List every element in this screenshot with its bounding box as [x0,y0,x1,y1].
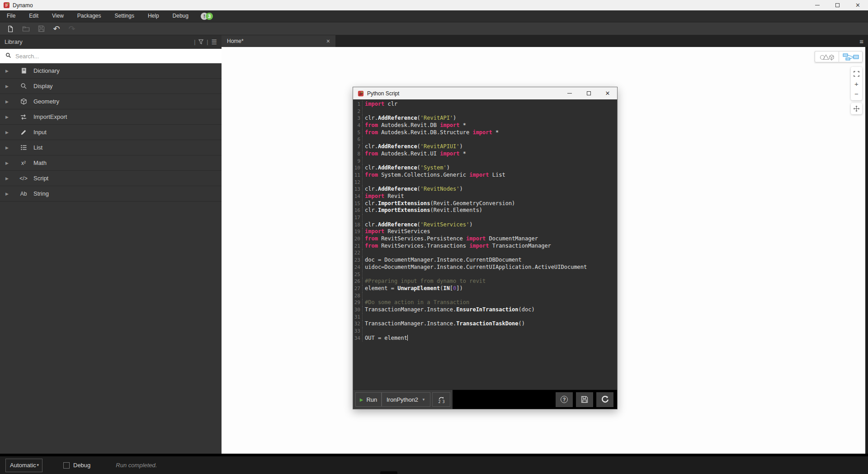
library-item-string[interactable]: ▶AbString [0,186,222,202]
code-line[interactable]: 24uidoc=DocumentManager.Instance.Current… [353,264,617,271]
engine-dropdown[interactable]: IronPython2 ▼ [382,392,430,407]
expander-icon[interactable]: ▶ [5,145,12,150]
menu-settings[interactable]: Settings [108,10,141,22]
expander-icon[interactable]: ▶ [5,99,12,104]
code-line[interactable]: 17 [353,214,617,221]
library-item-dictionary[interactable]: ▶Dictionary [0,63,222,79]
python-migration-button[interactable]: 2 3 [432,392,450,407]
library-item-display[interactable]: ▶Display [0,79,222,94]
library-item-input[interactable]: ▶Input [0,125,222,140]
fit-view-icon[interactable] [851,69,862,79]
notification-count-badge[interactable]: 3 [206,13,213,20]
code-line[interactable]: 29#Do some action in a Transaction [353,299,617,306]
expander-icon[interactable]: ▶ [5,115,12,119]
menu-debug[interactable]: Debug [166,10,195,22]
python-code-editor[interactable]: 1import clr23clr.AddReference('RevitAPI'… [353,99,617,390]
code-line[interactable]: 34OUT = element [353,335,617,342]
revert-script-button[interactable] [596,392,613,407]
tab-home[interactable]: Home* × [222,35,335,47]
code-line[interactable]: 8from Autodesk.Revit.UI import * [353,150,617,158]
python-close-button[interactable]: ✕ [598,87,617,99]
code-line[interactable]: 22 [353,249,617,257]
library-item-label: Display [33,83,53,89]
pan-icon[interactable] [851,103,862,114]
code-line[interactable]: 27element = UnwrapElement(IN[0]) [353,285,617,292]
menu-packages[interactable]: Packages [71,10,108,22]
code-line[interactable]: 20from RevitServices.Persistence import … [353,235,617,243]
menu-help[interactable]: Help [141,10,166,22]
tab-close-icon[interactable]: × [326,38,330,44]
library-item-script[interactable]: ▶</>Script [0,171,222,186]
run-mode-dropdown[interactable]: Automatic ▼ [5,459,42,472]
code-line[interactable]: 21from RevitServices.Transactions import… [353,243,617,250]
code-line[interactable]: 19import RevitServices [353,228,617,235]
code-line[interactable]: 4from Autodesk.Revit.DB import * [353,122,617,129]
python-maximize-button[interactable] [579,87,598,99]
code-line[interactable]: 11from System.Collections.Generic import… [353,172,617,179]
library-item-list[interactable]: ▶List [0,140,222,155]
expander-icon[interactable]: ▶ [5,176,12,181]
run-button[interactable]: ▶ Run [355,392,382,407]
zoom-out-button[interactable]: − [851,89,862,99]
debug-checkbox[interactable] [63,462,70,469]
menu-edit[interactable]: Edit [22,10,45,22]
save-button[interactable] [35,24,47,34]
debug-toggle[interactable]: Debug [63,462,90,469]
code-line[interactable]: 26#Preparing input from dynamo to revit [353,278,617,285]
filter-icon[interactable] [198,39,203,44]
code-line[interactable]: 25 [353,271,617,278]
redo-button[interactable]: ↷ [66,24,78,34]
expander-icon[interactable]: ▶ [5,161,12,165]
code-text: clr.AddReference('RevitAPIUI') [365,143,463,150]
library-item-math[interactable]: ▶x²Math [0,155,222,171]
list-view-icon[interactable]: ☰ [211,38,217,46]
undo-button[interactable]: ↶ [51,24,62,34]
code-line[interactable]: 1import clr [353,101,617,108]
code-line[interactable]: 32TransactionManager.Instance.Transactio… [353,320,617,328]
code-line[interactable]: 16clr.ImportExtensions(Revit.Elements) [353,207,617,214]
app-close-button[interactable]: ✕ [848,0,868,10]
app-minimize-button[interactable] [807,0,827,10]
python-window-titlebar[interactable]: Python Script ✕ [353,87,617,99]
code-line[interactable]: 15clr.ImportExtensions(Revit.GeometryCon… [353,200,617,207]
library-item-importexport[interactable]: ▶ImportExport [0,109,222,125]
search-input[interactable] [15,53,216,60]
python-minimize-button[interactable] [560,87,579,99]
code-line[interactable]: 33 [353,328,617,335]
zoom-in-button[interactable]: + [851,79,862,89]
code-line[interactable]: 3clr.AddReference('RevitAPI') [353,115,617,122]
code-line[interactable]: 12 [353,179,617,186]
code-line[interactable]: 5from Autodesk.Revit.DB.Structure import… [353,129,617,136]
code-line[interactable]: 23doc = DocumentManager.Instance.Current… [353,257,617,264]
expander-icon[interactable]: ▶ [5,69,12,73]
code-line[interactable]: 28 [353,292,617,300]
code-line[interactable]: 30TransactionManager.Instance.EnsureInTr… [353,306,617,314]
tab-overflow-menu-icon[interactable]: ≡ [859,38,863,45]
code-line[interactable]: 7clr.AddReference('RevitAPIUI') [353,143,617,150]
new-file-button[interactable] [5,24,16,34]
library-item-label: Script [33,175,48,182]
library-item-geometry[interactable]: ▶Geometry [0,94,222,109]
menu-view[interactable]: View [45,10,71,22]
graph-view-icon[interactable] [839,51,863,62]
code-text: from Autodesk.Revit.DB import * [365,122,466,129]
code-line[interactable]: 13clr.AddReference('RevitNodes') [353,186,617,193]
code-line[interactable]: 9 [353,158,617,165]
geometry-view-icon[interactable] [815,51,839,62]
save-script-button[interactable] [576,392,593,407]
code-line[interactable]: 2 [353,108,617,115]
expander-icon[interactable]: ▶ [5,192,12,196]
code-line[interactable]: 6 [353,136,617,143]
expander-icon[interactable]: ▶ [5,130,12,135]
code-line[interactable]: 10clr.AddReference('System') [353,164,617,172]
help-button[interactable]: ? [556,392,573,407]
code-line[interactable]: 31 [353,314,617,321]
app-maximize-button[interactable] [827,0,848,10]
menu-file[interactable]: File [0,10,22,22]
open-button[interactable] [20,24,32,34]
notification-badges[interactable]: ! 3 [201,13,213,20]
code-line[interactable]: 18clr.AddReference('RevitServices') [353,221,617,229]
code-line[interactable]: 14import Revit [353,193,617,200]
expander-icon[interactable]: ▶ [5,84,12,89]
line-number: 24 [353,264,363,271]
